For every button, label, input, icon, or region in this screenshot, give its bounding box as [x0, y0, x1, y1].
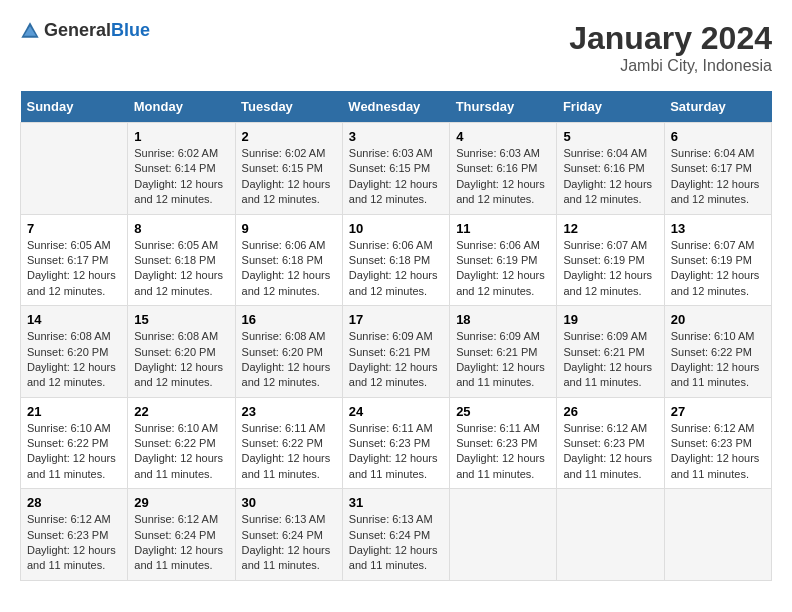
table-row: 20 Sunrise: 6:10 AM Sunset: 6:22 PM Dayl…: [664, 306, 771, 398]
col-saturday: Saturday: [664, 91, 771, 123]
daylight-text: Daylight: 12 hours and 12 minutes.: [456, 178, 545, 205]
day-number: 8: [134, 221, 228, 236]
day-number: 11: [456, 221, 550, 236]
day-info: Sunrise: 6:07 AM Sunset: 6:19 PM Dayligh…: [671, 238, 765, 300]
daylight-text: Daylight: 12 hours and 12 minutes.: [671, 178, 760, 205]
day-info: Sunrise: 6:08 AM Sunset: 6:20 PM Dayligh…: [27, 329, 121, 391]
sunrise-text: Sunrise: 6:04 AM: [563, 147, 647, 159]
table-row: [21, 123, 128, 215]
day-info: Sunrise: 6:13 AM Sunset: 6:24 PM Dayligh…: [349, 512, 443, 574]
sunrise-text: Sunrise: 6:08 AM: [27, 330, 111, 342]
day-number: 19: [563, 312, 657, 327]
logo-icon: [20, 21, 40, 41]
day-number: 6: [671, 129, 765, 144]
day-number: 26: [563, 404, 657, 419]
daylight-text: Daylight: 12 hours and 11 minutes.: [27, 544, 116, 571]
table-row: 23 Sunrise: 6:11 AM Sunset: 6:22 PM Dayl…: [235, 397, 342, 489]
sunrise-text: Sunrise: 6:08 AM: [134, 330, 218, 342]
sunset-text: Sunset: 6:22 PM: [134, 437, 215, 449]
daylight-text: Daylight: 12 hours and 12 minutes.: [27, 269, 116, 296]
sunset-text: Sunset: 6:22 PM: [27, 437, 108, 449]
day-number: 14: [27, 312, 121, 327]
sunrise-text: Sunrise: 6:02 AM: [242, 147, 326, 159]
sunrise-text: Sunrise: 6:08 AM: [242, 330, 326, 342]
daylight-text: Daylight: 12 hours and 11 minutes.: [242, 544, 331, 571]
table-row: 16 Sunrise: 6:08 AM Sunset: 6:20 PM Dayl…: [235, 306, 342, 398]
table-row: 5 Sunrise: 6:04 AM Sunset: 6:16 PM Dayli…: [557, 123, 664, 215]
daylight-text: Daylight: 12 hours and 12 minutes.: [242, 269, 331, 296]
table-row: 6 Sunrise: 6:04 AM Sunset: 6:17 PM Dayli…: [664, 123, 771, 215]
table-row: 21 Sunrise: 6:10 AM Sunset: 6:22 PM Dayl…: [21, 397, 128, 489]
calendar-week-row: 7 Sunrise: 6:05 AM Sunset: 6:17 PM Dayli…: [21, 214, 772, 306]
sunset-text: Sunset: 6:16 PM: [563, 162, 644, 174]
day-info: Sunrise: 6:05 AM Sunset: 6:18 PM Dayligh…: [134, 238, 228, 300]
table-row: 4 Sunrise: 6:03 AM Sunset: 6:16 PM Dayli…: [450, 123, 557, 215]
day-info: Sunrise: 6:04 AM Sunset: 6:17 PM Dayligh…: [671, 146, 765, 208]
sunset-text: Sunset: 6:23 PM: [456, 437, 537, 449]
page-title: January 2024: [569, 20, 772, 57]
logo-text: GeneralBlue: [44, 20, 150, 41]
sunrise-text: Sunrise: 6:09 AM: [349, 330, 433, 342]
logo: GeneralBlue: [20, 20, 150, 41]
daylight-text: Daylight: 12 hours and 11 minutes.: [563, 452, 652, 479]
table-row: 13 Sunrise: 6:07 AM Sunset: 6:19 PM Dayl…: [664, 214, 771, 306]
sunset-text: Sunset: 6:20 PM: [27, 346, 108, 358]
sunrise-text: Sunrise: 6:10 AM: [27, 422, 111, 434]
table-row: 30 Sunrise: 6:13 AM Sunset: 6:24 PM Dayl…: [235, 489, 342, 581]
day-number: 3: [349, 129, 443, 144]
day-info: Sunrise: 6:09 AM Sunset: 6:21 PM Dayligh…: [456, 329, 550, 391]
daylight-text: Daylight: 12 hours and 11 minutes.: [671, 452, 760, 479]
sunrise-text: Sunrise: 6:09 AM: [456, 330, 540, 342]
col-friday: Friday: [557, 91, 664, 123]
day-number: 29: [134, 495, 228, 510]
sunrise-text: Sunrise: 6:06 AM: [456, 239, 540, 251]
table-row: 3 Sunrise: 6:03 AM Sunset: 6:15 PM Dayli…: [342, 123, 449, 215]
sunrise-text: Sunrise: 6:03 AM: [349, 147, 433, 159]
sunset-text: Sunset: 6:21 PM: [456, 346, 537, 358]
day-info: Sunrise: 6:08 AM Sunset: 6:20 PM Dayligh…: [134, 329, 228, 391]
table-row: 7 Sunrise: 6:05 AM Sunset: 6:17 PM Dayli…: [21, 214, 128, 306]
day-info: Sunrise: 6:08 AM Sunset: 6:20 PM Dayligh…: [242, 329, 336, 391]
sunrise-text: Sunrise: 6:13 AM: [349, 513, 433, 525]
sunset-text: Sunset: 6:15 PM: [242, 162, 323, 174]
day-info: Sunrise: 6:10 AM Sunset: 6:22 PM Dayligh…: [27, 421, 121, 483]
table-row: 9 Sunrise: 6:06 AM Sunset: 6:18 PM Dayli…: [235, 214, 342, 306]
sunset-text: Sunset: 6:19 PM: [456, 254, 537, 266]
day-number: 13: [671, 221, 765, 236]
table-row: 29 Sunrise: 6:12 AM Sunset: 6:24 PM Dayl…: [128, 489, 235, 581]
table-row: 2 Sunrise: 6:02 AM Sunset: 6:15 PM Dayli…: [235, 123, 342, 215]
daylight-text: Daylight: 12 hours and 12 minutes.: [134, 269, 223, 296]
day-info: Sunrise: 6:02 AM Sunset: 6:14 PM Dayligh…: [134, 146, 228, 208]
sunset-text: Sunset: 6:22 PM: [671, 346, 752, 358]
sunset-text: Sunset: 6:19 PM: [563, 254, 644, 266]
sunset-text: Sunset: 6:24 PM: [349, 529, 430, 541]
sunrise-text: Sunrise: 6:02 AM: [134, 147, 218, 159]
table-row: [557, 489, 664, 581]
daylight-text: Daylight: 12 hours and 12 minutes.: [456, 269, 545, 296]
sunrise-text: Sunrise: 6:03 AM: [456, 147, 540, 159]
calendar-week-row: 21 Sunrise: 6:10 AM Sunset: 6:22 PM Dayl…: [21, 397, 772, 489]
sunset-text: Sunset: 6:22 PM: [242, 437, 323, 449]
sunset-text: Sunset: 6:20 PM: [134, 346, 215, 358]
day-number: 16: [242, 312, 336, 327]
sunrise-text: Sunrise: 6:12 AM: [671, 422, 755, 434]
day-info: Sunrise: 6:05 AM Sunset: 6:17 PM Dayligh…: [27, 238, 121, 300]
sunset-text: Sunset: 6:24 PM: [242, 529, 323, 541]
day-number: 5: [563, 129, 657, 144]
table-row: 19 Sunrise: 6:09 AM Sunset: 6:21 PM Dayl…: [557, 306, 664, 398]
daylight-text: Daylight: 12 hours and 12 minutes.: [134, 361, 223, 388]
day-number: 22: [134, 404, 228, 419]
daylight-text: Daylight: 12 hours and 11 minutes.: [349, 452, 438, 479]
sunset-text: Sunset: 6:21 PM: [563, 346, 644, 358]
table-row: 11 Sunrise: 6:06 AM Sunset: 6:19 PM Dayl…: [450, 214, 557, 306]
sunset-text: Sunset: 6:19 PM: [671, 254, 752, 266]
table-row: 18 Sunrise: 6:09 AM Sunset: 6:21 PM Dayl…: [450, 306, 557, 398]
sunrise-text: Sunrise: 6:04 AM: [671, 147, 755, 159]
daylight-text: Daylight: 12 hours and 12 minutes.: [563, 269, 652, 296]
logo-blue: Blue: [111, 20, 150, 40]
sunrise-text: Sunrise: 6:12 AM: [134, 513, 218, 525]
page-header: GeneralBlue January 2024 Jambi City, Ind…: [20, 20, 772, 75]
table-row: 26 Sunrise: 6:12 AM Sunset: 6:23 PM Dayl…: [557, 397, 664, 489]
table-row: 22 Sunrise: 6:10 AM Sunset: 6:22 PM Dayl…: [128, 397, 235, 489]
day-info: Sunrise: 6:11 AM Sunset: 6:23 PM Dayligh…: [349, 421, 443, 483]
